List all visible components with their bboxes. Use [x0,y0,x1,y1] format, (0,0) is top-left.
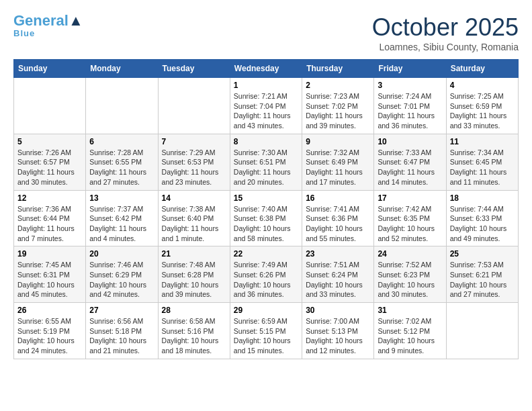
calendar-cell: 22Sunrise: 7:49 AM Sunset: 6:26 PM Dayli… [230,246,302,303]
calendar-cell: 14Sunrise: 7:38 AM Sunset: 6:40 PM Dayli… [158,190,230,246]
day-number: 26 [17,306,82,315]
day-info: Sunrise: 7:41 AM Sunset: 6:36 PM Dayligh… [306,204,370,244]
day-number: 14 [162,193,226,203]
calendar-cell [158,78,230,134]
calendar-cell: 21Sunrise: 7:48 AM Sunset: 6:28 PM Dayli… [158,246,230,303]
calendar-cell: 18Sunrise: 7:44 AM Sunset: 6:33 PM Dayli… [446,190,518,246]
day-info: Sunrise: 6:56 AM Sunset: 5:18 PM Dayligh… [89,316,154,356]
calendar-cell: 26Sunrise: 6:55 AM Sunset: 5:19 PM Dayli… [14,303,86,359]
header-thursday: Thursday [302,60,374,78]
day-number: 18 [450,193,515,203]
page-header: General▲ Blue October 2025 Loamnes, Sibi… [13,13,519,52]
day-number: 1 [234,81,298,90]
day-info: Sunrise: 7:29 AM Sunset: 6:53 PM Dayligh… [162,148,226,187]
calendar-table: SundayMondayTuesdayWednesdayThursdayFrid… [13,59,519,359]
calendar-cell: 23Sunrise: 7:51 AM Sunset: 6:24 PM Dayli… [302,246,374,303]
day-number: 9 [306,137,370,146]
calendar-cell: 1Sunrise: 7:21 AM Sunset: 7:04 PM Daylig… [230,78,302,134]
day-number: 19 [17,249,82,259]
day-info: Sunrise: 7:26 AM Sunset: 6:57 PM Dayligh… [17,148,82,187]
day-number: 13 [89,193,154,203]
calendar-cell [14,78,86,134]
day-number: 25 [450,249,515,259]
location: Loamnes, Sibiu County, Romania [372,42,519,52]
logo-blue: Blue [13,28,35,38]
header-friday: Friday [374,60,446,78]
header-monday: Monday [86,60,158,78]
calendar-cell: 5Sunrise: 7:26 AM Sunset: 6:57 PM Daylig… [14,134,86,190]
logo: General▲ Blue [13,13,83,38]
calendar-cell: 12Sunrise: 7:36 AM Sunset: 6:44 PM Dayli… [14,190,86,246]
calendar-cell: 10Sunrise: 7:33 AM Sunset: 6:47 PM Dayli… [374,134,446,190]
day-info: Sunrise: 7:46 AM Sunset: 6:29 PM Dayligh… [89,260,154,300]
day-info: Sunrise: 7:30 AM Sunset: 6:51 PM Dayligh… [234,148,298,187]
day-info: Sunrise: 7:42 AM Sunset: 6:35 PM Dayligh… [378,204,442,244]
day-number: 23 [306,249,370,259]
calendar-week-row: 12Sunrise: 7:36 AM Sunset: 6:44 PM Dayli… [14,190,519,246]
day-info: Sunrise: 6:58 AM Sunset: 5:16 PM Dayligh… [162,316,226,356]
logo-text: General▲ [13,13,83,28]
day-info: Sunrise: 7:44 AM Sunset: 6:33 PM Dayligh… [450,204,515,244]
calendar-header-row: SundayMondayTuesdayWednesdayThursdayFrid… [14,60,519,78]
calendar-cell: 24Sunrise: 7:52 AM Sunset: 6:23 PM Dayli… [374,246,446,303]
calendar-cell: 28Sunrise: 6:58 AM Sunset: 5:16 PM Dayli… [158,303,230,359]
day-number: 29 [234,306,298,315]
day-number: 31 [378,306,442,315]
day-info: Sunrise: 6:55 AM Sunset: 5:19 PM Dayligh… [17,316,82,356]
day-number: 6 [89,137,154,146]
day-info: Sunrise: 7:52 AM Sunset: 6:23 PM Dayligh… [378,260,442,300]
month-title: October 2025 [372,13,519,42]
day-number: 10 [378,137,442,146]
calendar-week-row: 19Sunrise: 7:45 AM Sunset: 6:31 PM Dayli… [14,246,519,303]
day-info: Sunrise: 7:00 AM Sunset: 5:13 PM Dayligh… [306,316,370,356]
calendar-cell: 30Sunrise: 7:00 AM Sunset: 5:13 PM Dayli… [302,303,374,359]
day-info: Sunrise: 7:32 AM Sunset: 6:49 PM Dayligh… [306,148,370,187]
calendar-cell: 4Sunrise: 7:25 AM Sunset: 6:59 PM Daylig… [446,78,518,134]
calendar-cell: 9Sunrise: 7:32 AM Sunset: 6:49 PM Daylig… [302,134,374,190]
day-number: 5 [17,137,82,146]
calendar-cell: 25Sunrise: 7:53 AM Sunset: 6:21 PM Dayli… [446,246,518,303]
day-number: 15 [234,193,298,203]
header-wednesday: Wednesday [230,60,302,78]
title-block: October 2025 Loamnes, Sibiu County, Roma… [372,13,519,52]
header-tuesday: Tuesday [158,60,230,78]
calendar-cell: 15Sunrise: 7:40 AM Sunset: 6:38 PM Dayli… [230,190,302,246]
day-number: 8 [234,137,298,146]
day-number: 2 [306,81,370,90]
day-info: Sunrise: 7:38 AM Sunset: 6:40 PM Dayligh… [162,204,226,244]
calendar-cell: 27Sunrise: 6:56 AM Sunset: 5:18 PM Dayli… [86,303,158,359]
day-number: 12 [17,193,82,203]
calendar-cell: 11Sunrise: 7:34 AM Sunset: 6:45 PM Dayli… [446,134,518,190]
day-info: Sunrise: 7:45 AM Sunset: 6:31 PM Dayligh… [17,260,82,300]
day-number: 20 [89,249,154,259]
day-info: Sunrise: 6:59 AM Sunset: 5:15 PM Dayligh… [234,316,298,356]
day-info: Sunrise: 7:33 AM Sunset: 6:47 PM Dayligh… [378,148,442,187]
calendar-week-row: 5Sunrise: 7:26 AM Sunset: 6:57 PM Daylig… [14,134,519,190]
header-saturday: Saturday [446,60,518,78]
day-info: Sunrise: 7:40 AM Sunset: 6:38 PM Dayligh… [234,204,298,244]
day-number: 22 [234,249,298,259]
calendar-cell: 17Sunrise: 7:42 AM Sunset: 6:35 PM Dayli… [374,190,446,246]
header-sunday: Sunday [14,60,86,78]
day-number: 28 [162,306,226,315]
day-number: 17 [378,193,442,203]
calendar-week-row: 26Sunrise: 6:55 AM Sunset: 5:19 PM Dayli… [14,303,519,359]
day-number: 4 [450,81,515,90]
day-info: Sunrise: 7:28 AM Sunset: 6:55 PM Dayligh… [89,148,154,187]
day-info: Sunrise: 7:36 AM Sunset: 6:44 PM Dayligh… [17,204,82,244]
calendar-cell: 31Sunrise: 7:02 AM Sunset: 5:12 PM Dayli… [374,303,446,359]
calendar-cell [446,303,518,359]
calendar-cell: 29Sunrise: 6:59 AM Sunset: 5:15 PM Dayli… [230,303,302,359]
calendar-cell: 8Sunrise: 7:30 AM Sunset: 6:51 PM Daylig… [230,134,302,190]
calendar-cell: 7Sunrise: 7:29 AM Sunset: 6:53 PM Daylig… [158,134,230,190]
day-info: Sunrise: 7:53 AM Sunset: 6:21 PM Dayligh… [450,260,515,300]
day-number: 7 [162,137,226,146]
calendar-cell: 3Sunrise: 7:24 AM Sunset: 7:01 PM Daylig… [374,78,446,134]
calendar-cell: 16Sunrise: 7:41 AM Sunset: 6:36 PM Dayli… [302,190,374,246]
day-info: Sunrise: 7:51 AM Sunset: 6:24 PM Dayligh… [306,260,370,300]
day-info: Sunrise: 7:24 AM Sunset: 7:01 PM Dayligh… [378,91,442,131]
day-number: 21 [162,249,226,259]
day-number: 30 [306,306,370,315]
logo-general: General [13,12,69,29]
day-info: Sunrise: 7:49 AM Sunset: 6:26 PM Dayligh… [234,260,298,300]
